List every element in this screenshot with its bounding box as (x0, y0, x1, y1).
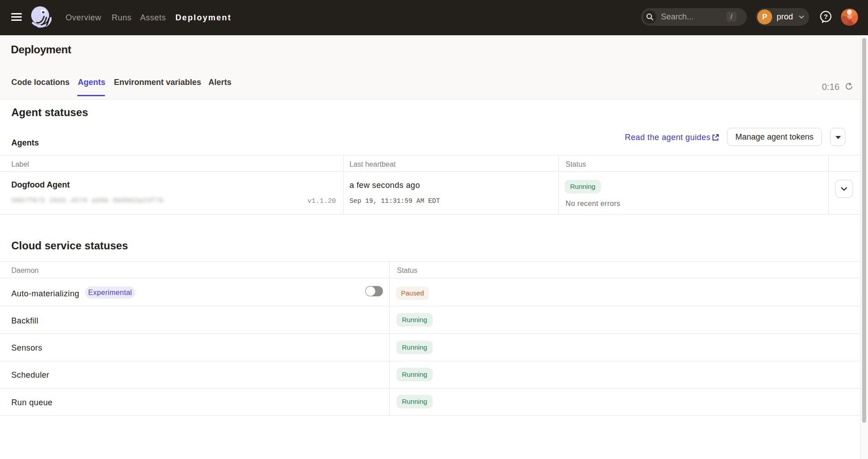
svg-text:?: ? (824, 13, 828, 20)
